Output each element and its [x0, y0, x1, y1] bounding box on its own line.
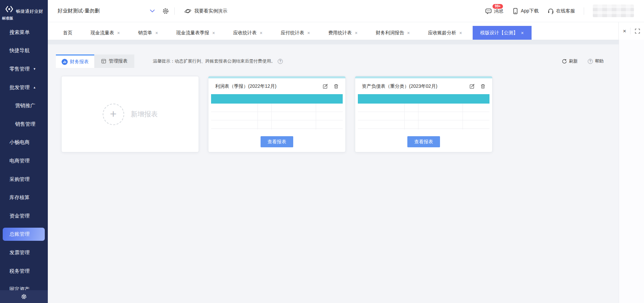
- tab-home[interactable]: 首页: [55, 26, 80, 40]
- grid-line: [211, 120, 343, 120]
- message-icon: [485, 8, 492, 14]
- report-card-title: 利润表（季报）(2022年12月): [215, 83, 276, 89]
- close-tab-icon[interactable]: ×: [260, 31, 263, 35]
- grid-line: [211, 128, 343, 129]
- headset-icon: [547, 8, 554, 14]
- sidebar-item-search-menu[interactable]: 搜索菜单: [0, 23, 48, 42]
- sidebar-item-tax-mgmt[interactable]: 税务管理: [0, 262, 48, 280]
- management-report-icon: [101, 59, 106, 64]
- tab-receivables-aging[interactable]: 应收账龄分析×: [420, 26, 470, 40]
- close-tab-icon[interactable]: ×: [355, 31, 358, 35]
- help-label: 帮助: [595, 58, 604, 64]
- grid-line: [316, 104, 316, 129]
- tab-payables-stats[interactable]: 应付统计表×: [273, 26, 318, 40]
- close-tab-icon[interactable]: ×: [155, 31, 158, 35]
- edit-icon: [470, 84, 475, 89]
- refresh-button[interactable]: 刷新: [562, 58, 578, 64]
- grid-line: [358, 120, 489, 120]
- close-tab-icon[interactable]: ×: [521, 31, 524, 35]
- edit-report-button[interactable]: [323, 84, 328, 89]
- help-circle-icon[interactable]: ?: [278, 59, 283, 64]
- card-action-icons: [323, 84, 339, 89]
- sidebar: 畅捷通好业财 标准版 搜索菜单 快捷导航 零售管理▼ 批发管理▲ 营销推广 销售…: [0, 0, 48, 303]
- close-tab-icon[interactable]: ×: [307, 31, 310, 35]
- online-support-button[interactable]: 在线客服: [547, 8, 575, 14]
- report-preview-header-bar: [358, 94, 489, 104]
- report-preview-grid: [358, 104, 489, 129]
- tab-template-design[interactable]: 模版设计【公测】×: [473, 26, 532, 40]
- content-area: 财务报表 管理报表 温馨提示：动态扩展行列、跨账套报表公测结束后需付费使用。 ?: [48, 40, 644, 303]
- view-report-button[interactable]: 查看报表: [407, 136, 440, 147]
- messages-badge: 99+: [492, 3, 504, 9]
- user-account-blurred[interactable]: [593, 5, 634, 17]
- sidebar-item-ecommerce-mgmt[interactable]: 电商管理: [0, 152, 48, 170]
- tab-controls: ×: [618, 22, 644, 40]
- sidebar-item-wholesale-mgmt[interactable]: 批发管理▲: [0, 78, 48, 97]
- tab-expense-stats[interactable]: 费用统计表×: [320, 26, 365, 40]
- subtab-management-label: 管理报表: [109, 58, 128, 64]
- report-actions: 刷新 ? 帮助: [562, 58, 604, 64]
- tab-controls-divider: [630, 28, 631, 34]
- tip-text: 温馨提示：动态扩展行列、跨账套报表公测结束后需付费使用。: [153, 58, 275, 64]
- subtab-financial-reports[interactable]: 财务报表: [56, 54, 94, 68]
- card-title-row: 资产负债表（重分类）(2023年02月): [355, 78, 492, 94]
- sidebar-menu: 搜索菜单 快捷导航 零售管理▼ 批发管理▲ 营销推广 销售管理 小畅电商 电商管…: [0, 23, 48, 290]
- tab-cash-flow-quarterly[interactable]: 现金流量表季报×: [168, 26, 223, 40]
- sidebar-item-quick-nav[interactable]: 快捷导航: [0, 42, 48, 60]
- report-preview-grid: [211, 104, 343, 129]
- report-subtab-row: 财务报表 管理报表 温馨提示：动态扩展行列、跨账套报表公测结束后需付费使用。 ?: [48, 54, 644, 68]
- logo-edition-badge: 标准版: [2, 16, 13, 21]
- report-card-profit-statement: 利润表（季报）(2022年12月): [208, 76, 346, 152]
- subtab-financial-label: 财务报表: [70, 59, 89, 65]
- fullscreen-icon[interactable]: [635, 29, 640, 34]
- messages-button[interactable]: 99+ 消息: [485, 8, 503, 14]
- account-name: 好业财测试-量勿删: [58, 8, 100, 14]
- logo-title: 畅捷通好业财: [16, 8, 43, 14]
- add-report-card[interactable]: + 新增报表: [61, 76, 199, 152]
- sidebar-item-inventory-accounting[interactable]: 库存核算: [0, 188, 48, 207]
- tab-cash-flow-statement[interactable]: 现金流量表×: [83, 26, 128, 40]
- close-tab-icon[interactable]: ×: [407, 31, 410, 35]
- edit-icon: [323, 84, 328, 89]
- sidebar-item-retail-mgmt[interactable]: 零售管理▼: [0, 60, 48, 78]
- gear-icon: [21, 294, 27, 300]
- app-header: 好业财测试-量勿删 我要看实例演示 99+: [48, 0, 644, 22]
- view-report-button[interactable]: 查看报表: [261, 136, 293, 147]
- close-tab-icon[interactable]: ×: [212, 31, 215, 35]
- tab-financial-profit-report[interactable]: 财务利润报告×: [368, 26, 417, 40]
- online-support-label: 在线客服: [556, 8, 575, 14]
- sidebar-item-general-ledger[interactable]: 总账管理: [0, 225, 48, 244]
- help-button[interactable]: ? 帮助: [588, 58, 604, 64]
- app-download-label: App下载: [521, 8, 539, 14]
- sidebar-item-xiaochang-ecommerce[interactable]: 小畅电商: [0, 134, 48, 152]
- delete-report-button[interactable]: [480, 84, 485, 89]
- demo-link[interactable]: 我要看实例演示: [184, 8, 227, 14]
- delete-report-button[interactable]: [334, 84, 339, 89]
- sidebar-item-fixed-assets[interactable]: 固定资产: [0, 280, 48, 290]
- app-window: 畅捷通好业财 标准版 搜索菜单 快捷导航 零售管理▼ 批发管理▲ 营销推广 销售…: [0, 0, 644, 303]
- planet-icon: [184, 8, 192, 14]
- sidebar-item-marketing-promo[interactable]: 营销推广: [0, 97, 48, 115]
- subtab-management-reports[interactable]: 管理报表: [94, 54, 134, 68]
- edit-report-button[interactable]: [470, 84, 475, 89]
- phone-icon: [512, 8, 519, 14]
- sidebar-item-purchase-mgmt[interactable]: 采购管理: [0, 170, 48, 189]
- tab-receivables-stats[interactable]: 应收统计表×: [226, 26, 270, 40]
- sidebar-item-sales-mgmt[interactable]: 销售管理: [0, 115, 48, 134]
- grid-line: [271, 104, 272, 129]
- report-card-title: 资产负债表（重分类）(2023年02月): [362, 83, 437, 89]
- settings-gear-button[interactable]: [162, 8, 169, 14]
- close-tab-icon[interactable]: ×: [459, 31, 462, 35]
- sidebar-item-invoice-mgmt[interactable]: 发票管理: [0, 243, 48, 262]
- demo-link-label: 我要看实例演示: [194, 8, 227, 14]
- sidebar-settings-bar[interactable]: [0, 290, 48, 303]
- card-button-row: 查看报表: [355, 136, 492, 147]
- beta-tip: 温馨提示：动态扩展行列、跨账套报表公测结束后需付费使用。 ?: [153, 58, 283, 64]
- close-tab-icon[interactable]: ×: [117, 31, 120, 35]
- tab-sales-order[interactable]: 销货单×: [130, 26, 166, 40]
- close-all-tabs-icon[interactable]: ×: [623, 28, 626, 34]
- app-download-button[interactable]: App下载: [512, 8, 539, 14]
- grid-line: [258, 104, 258, 129]
- account-switcher[interactable]: 好业财测试-量勿删: [48, 8, 155, 14]
- sidebar-item-funds-mgmt[interactable]: 资金管理: [0, 207, 48, 225]
